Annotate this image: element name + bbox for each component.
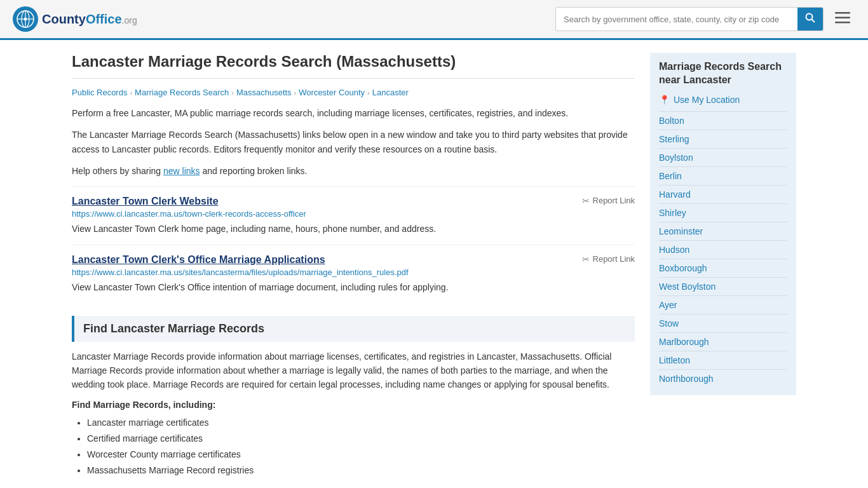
sidebar-link-shirley[interactable]: Shirley [659,208,686,218]
svg-rect-8 [835,17,850,19]
sidebar-nearby-bolton: Bolton [659,111,787,130]
sidebar-box: Marriage Records Search near Lancaster 📍… [650,53,796,395]
sidebar-link-berlin[interactable]: Berlin [659,171,682,181]
desc-para-2: The Lancaster Marriage Records Search (M… [72,128,635,156]
sidebar-link-boxborough[interactable]: Boxborough [659,263,707,273]
search-bar [555,7,824,31]
search-input[interactable] [556,10,797,29]
sidebar-nearby-berlin: Berlin [659,166,787,185]
breadcrumb-sep-4: › [367,89,370,97]
find-list-item-4: Massachusetts Marriage Record registries [87,463,635,478]
sidebar-nearby-west-boylston: West Boylston [659,277,787,295]
result-title-2[interactable]: Lancaster Town Clerk's Office Marriage A… [72,254,635,266]
sidebar-nearby-littleton: Littleton [659,351,787,369]
breadcrumb-sep-3: › [294,89,297,97]
find-section-title: Find Lancaster Marriage Records [83,322,626,336]
location-icon: 📍 [659,95,670,105]
report-link-2[interactable]: ✂ Report Link [582,254,635,264]
sidebar-nearby-sterling: Sterling [659,130,787,148]
sidebar-link-west-boylston[interactable]: West Boylston [659,281,715,292]
breadcrumb: Public Records › Marriage Records Search… [72,88,635,97]
result-url-2[interactable]: https://www.ci.lancaster.ma.us/sites/lan… [72,268,635,277]
find-list-item-2: Certified marriage certificates [87,431,635,447]
sidebar-link-harvard[interactable]: Harvard [659,189,691,200]
report-label-1: Report Link [593,196,635,205]
svg-point-5 [806,14,813,20]
content-area: Lancaster Marriage Records Search (Massa… [72,53,635,478]
result-desc-1: View Lancaster Town Clerk home page, inc… [72,222,635,236]
nearby-links-list: Bolton Sterling Boylston Berlin Harvard … [659,111,787,388]
menu-icon[interactable] [830,8,855,30]
breadcrumb-worcester-county[interactable]: Worcester County [299,88,365,97]
result-item-2: ✂ Report Link Lancaster Town Clerk's Off… [72,245,635,303]
report-icon-2: ✂ [582,254,590,264]
desc-3-after: and reporting broken links. [200,166,308,176]
sidebar-nearby-boylston: Boylston [659,148,787,166]
find-list: Lancaster marriage certificates Certifie… [72,415,635,479]
breadcrumb-lancaster[interactable]: Lancaster [372,88,409,97]
sidebar-nearby-boxborough: Boxborough [659,259,787,277]
sidebar-link-boylston[interactable]: Boylston [659,152,693,163]
find-list-item-3: Worcester County marriage certificates [87,447,635,463]
logo-text: CountyOffice.org [42,12,137,27]
sidebar: Marriage Records Search near Lancaster 📍… [650,53,796,478]
sidebar-nearby-leominster: Leominster [659,222,787,240]
report-label-2: Report Link [593,254,635,264]
sidebar-link-leominster[interactable]: Leominster [659,226,703,236]
site-header: CountyOffice.org [0,0,868,40]
sidebar-link-sterling[interactable]: Sterling [659,134,689,144]
sidebar-nearby-shirley: Shirley [659,203,787,222]
desc-3-before: Help others by sharing [72,166,163,176]
page-title: Lancaster Marriage Records Search (Massa… [72,53,635,79]
desc-para-1: Perform a free Lancaster, MA public marr… [72,106,635,120]
svg-point-4 [24,18,27,21]
find-section: Find Lancaster Marriage Records [72,316,635,342]
sidebar-nearby-ayer: Ayer [659,295,787,314]
sidebar-link-ayer[interactable]: Ayer [659,300,677,310]
breadcrumb-sep-1: › [130,89,132,97]
breadcrumb-massachusetts[interactable]: Massachusetts [236,88,292,97]
result-item-1: ✂ Report Link Lancaster Town Clerk Websi… [72,186,635,245]
use-my-location-link[interactable]: Use My Location [674,95,740,105]
sidebar-nearby-northborough: Northborough [659,369,787,388]
sidebar-link-marlborough[interactable]: Marlborough [659,337,709,347]
sidebar-link-bolton[interactable]: Bolton [659,116,684,126]
logo-area: CountyOffice.org [13,6,137,32]
sidebar-link-stow[interactable]: Stow [659,318,679,329]
sidebar-link-northborough[interactable]: Northborough [659,374,714,384]
search-button[interactable] [797,8,823,30]
sidebar-nearby-hudson: Hudson [659,240,787,259]
sidebar-link-littleton[interactable]: Littleton [659,355,690,365]
sidebar-link-hudson[interactable]: Hudson [659,245,689,255]
sidebar-nearby-marlborough: Marlborough [659,332,787,351]
logo-icon [13,6,38,32]
new-links-link[interactable]: new links [163,166,200,176]
report-link-1[interactable]: ✂ Report Link [582,196,635,206]
sidebar-nearby-harvard: Harvard [659,185,787,203]
sidebar-nearby-stow: Stow [659,314,787,332]
header-right [555,7,855,31]
find-list-item-1: Lancaster marriage certificates [87,415,635,431]
breadcrumb-sep-2: › [231,89,234,97]
breadcrumb-public-records[interactable]: Public Records [72,88,127,97]
sidebar-box-title: Marriage Records Search near Lancaster [659,60,787,87]
main-container: Lancaster Marriage Records Search (Massa… [59,40,809,488]
use-location-row: 📍 Use My Location [659,95,787,105]
svg-line-6 [812,20,815,23]
desc-para-3: Help others by sharing new links and rep… [72,164,635,178]
svg-rect-9 [835,22,850,24]
find-desc: Lancaster Marriage Records provide infor… [72,349,635,392]
result-desc-2: View Lancaster Town Clerk's Office inten… [72,281,635,294]
breadcrumb-marriage-records-search[interactable]: Marriage Records Search [135,88,229,97]
find-including-label: Find Marriage Records, including: [72,400,635,410]
result-url-1[interactable]: https://www.ci.lancaster.ma.us/town-cler… [72,209,635,219]
result-title-1[interactable]: Lancaster Town Clerk Website [72,196,635,207]
svg-rect-7 [835,12,850,14]
report-icon-1: ✂ [582,196,590,206]
